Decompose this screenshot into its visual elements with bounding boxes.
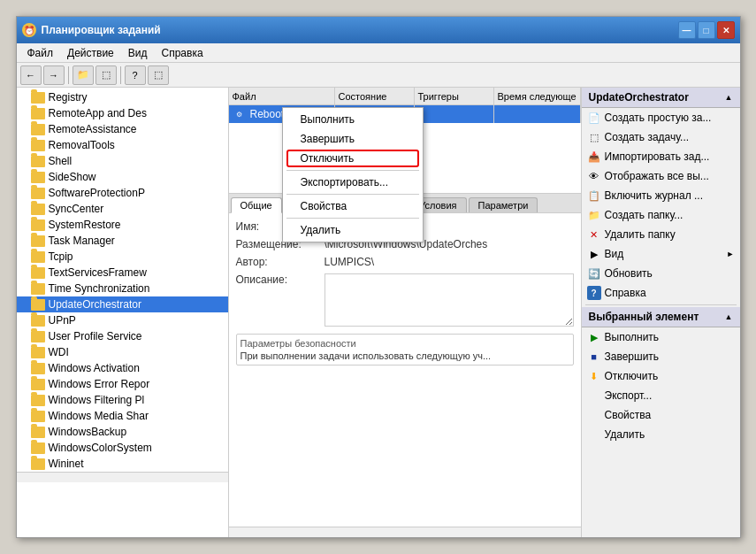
- actions-section-header-1: UpdateOrchestrator ▲: [582, 88, 740, 108]
- back-button[interactable]: ←: [20, 65, 42, 85]
- collapse-triangle-1[interactable]: ▲: [725, 93, 733, 102]
- action-display-all[interactable]: 👁 Отображать все вы...: [582, 166, 740, 186]
- selected-execute[interactable]: ▶ Выполнить: [582, 327, 740, 347]
- folder-icon: [31, 283, 45, 295]
- tree-item-softwareprotection[interactable]: SoftwareProtectionP: [17, 185, 228, 201]
- extra-button[interactable]: ⬚: [148, 65, 169, 85]
- ctx-export[interactable]: Экспортировать...: [283, 173, 423, 192]
- tree-item-label: UPnP: [49, 314, 76, 327]
- folder-icon: [31, 363, 45, 374]
- security-section: Параметры безопасности При выполнении за…: [236, 334, 574, 365]
- task-name-label: Reboot: [250, 108, 285, 120]
- tree-item-taskmanager[interactable]: Task Manager: [17, 233, 228, 249]
- desc-textarea[interactable]: [325, 273, 574, 327]
- author-label: Автор:: [236, 256, 325, 268]
- detail-scrollbar[interactable]: [229, 527, 581, 537]
- ctx-disable[interactable]: Отключить: [283, 149, 423, 168]
- menu-help[interactable]: Справка: [155, 45, 210, 61]
- tree-item-winfiltering[interactable]: Windows Filtering Pl: [17, 392, 228, 408]
- tree-item-label: RemovalTools: [49, 139, 115, 151]
- help-button[interactable]: ?: [125, 65, 146, 85]
- ctx-finish[interactable]: Завершить: [283, 129, 423, 149]
- tree-item-label: Task Manager: [49, 235, 115, 247]
- action-delete-folder[interactable]: ✕ Удалить папку: [582, 225, 740, 244]
- right-panel: Файл Состояние Триггеры Время следующе ⚙…: [229, 88, 581, 537]
- tab-general[interactable]: Общие: [231, 197, 282, 213]
- tree-item-remoteapp[interactable]: RemoteApp and Des: [17, 105, 228, 121]
- selected-properties[interactable]: Свойства: [582, 405, 740, 425]
- selected-delete[interactable]: Удалить: [582, 425, 740, 444]
- action-enable-log[interactable]: 📋 Включить журнал ...: [582, 186, 740, 205]
- folder-icon: [31, 188, 45, 199]
- folder-icon: [31, 411, 45, 422]
- action-create-folder[interactable]: 📁 Создать папку...: [582, 205, 740, 225]
- tree-item-tcpip[interactable]: Tcpip: [17, 249, 228, 265]
- tree-item-synccenter[interactable]: SyncCenter: [17, 201, 228, 217]
- disable-icon: ⬇: [587, 369, 601, 383]
- tree-item-label: TextServicesFramew: [49, 266, 147, 279]
- tree-item-systemrestore[interactable]: SystemRestore: [17, 217, 228, 233]
- view-button[interactable]: ⬚: [95, 65, 117, 85]
- collapse-triangle-2[interactable]: ▲: [725, 312, 733, 321]
- tree-item-winactivation[interactable]: Windows Activation: [17, 360, 228, 376]
- tree-item-upnp[interactable]: UPnP: [17, 312, 228, 328]
- tree-item-userprofile[interactable]: User Profile Service: [17, 328, 228, 344]
- action-help[interactable]: ? Справка: [582, 283, 740, 303]
- folder-icon: [31, 347, 45, 358]
- action-create-simple[interactable]: 📄 Создать простую за...: [582, 108, 740, 127]
- col-header-status: Состояние: [335, 88, 415, 104]
- action-create-folder-label: Создать папку...: [605, 209, 683, 221]
- tree-item-wdi[interactable]: WDI: [17, 344, 228, 360]
- tree-item-wininet[interactable]: Wininet: [17, 456, 228, 472]
- open-folder-button[interactable]: 📁: [73, 65, 94, 85]
- action-refresh[interactable]: 🔄 Обновить: [582, 264, 740, 283]
- tree-item-wincolorscheme[interactable]: WindowsColorSystem: [17, 440, 228, 456]
- tree-item-winerror[interactable]: Windows Error Repor: [17, 376, 228, 392]
- tree-item-label: WDI: [49, 346, 69, 358]
- tree-item-label: Windows Filtering Pl: [49, 394, 145, 406]
- tree-item-sideshow[interactable]: SideShow: [17, 169, 228, 185]
- create-task-icon: ⬚: [587, 130, 601, 144]
- tree-item-removaltools[interactable]: RemovalTools: [17, 137, 228, 153]
- tree-scrollbar-bottom[interactable]: [17, 472, 228, 482]
- tree-item-registry[interactable]: Registry: [17, 89, 228, 105]
- forward-button[interactable]: →: [43, 65, 65, 85]
- folder-icon: [31, 427, 45, 438]
- tree-item-shell[interactable]: Shell: [17, 153, 228, 169]
- action-create-task[interactable]: ⬚ Создать задачу...: [582, 127, 740, 147]
- selected-finish[interactable]: ■ Завершить: [582, 347, 740, 366]
- maximize-button[interactable]: □: [698, 21, 715, 39]
- action-view[interactable]: ▶ Вид ►: [582, 244, 740, 264]
- tree-item-updateorchestrator[interactable]: UpdateOrchestrator: [17, 296, 228, 312]
- log-icon: 📋: [587, 189, 601, 203]
- menu-view[interactable]: Вид: [121, 45, 155, 61]
- tree-item-winmedia[interactable]: Windows Media Shar: [17, 408, 228, 424]
- menu-file[interactable]: Файл: [20, 45, 61, 61]
- window-title: Планировщик заданий: [42, 24, 678, 36]
- tree-item-timesync[interactable]: Time Synchronization: [17, 281, 228, 296]
- minimize-button[interactable]: —: [678, 21, 696, 39]
- folder-icon: [31, 458, 45, 470]
- tree-item-textservices[interactable]: TextServicesFramew: [17, 265, 228, 281]
- app-icon: ⏰: [22, 23, 36, 37]
- ctx-execute[interactable]: Выполнить: [283, 110, 423, 129]
- desc-row: Описание:: [236, 273, 574, 327]
- author-value: LUMPICS\: [325, 256, 574, 268]
- tree-item-winbackup[interactable]: WindowsBackup: [17, 424, 228, 440]
- properties-icon: [587, 408, 601, 422]
- menu-action[interactable]: Действие: [60, 45, 121, 61]
- tree-item-remoteassistance[interactable]: RemoteAssistance: [17, 121, 228, 137]
- context-menu: Выполнить Завершить Отключить Экспортиро…: [282, 107, 424, 194]
- task-triggers-cell: [415, 105, 494, 123]
- help-icon: ?: [587, 286, 601, 300]
- action-import[interactable]: 📥 Импортировать зад...: [582, 147, 740, 166]
- tab-params[interactable]: Параметри: [469, 197, 538, 212]
- close-button[interactable]: ✕: [717, 21, 735, 39]
- table-header: Файл Состояние Триггеры Время следующе: [229, 88, 581, 105]
- selected-disable[interactable]: ⬇ Отключить: [582, 366, 740, 386]
- action-refresh-label: Обновить: [605, 267, 653, 280]
- folder-icon: [31, 140, 45, 151]
- folder-icon: [31, 267, 45, 279]
- selected-export[interactable]: Экспорт...: [582, 386, 740, 405]
- create-simple-icon: 📄: [587, 111, 601, 125]
